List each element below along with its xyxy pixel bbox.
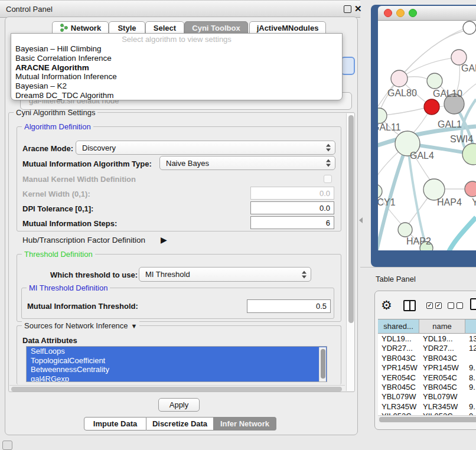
mi-algorithm-type-value: Naive Bayes <box>166 159 209 168</box>
network-tab-icon <box>60 24 68 32</box>
cell-value: 12 <box>469 344 476 353</box>
algorithm-option[interactable]: Basic Correlation Inference <box>11 54 342 63</box>
node-gal10[interactable] <box>427 73 442 89</box>
cell-shared-name: YPR145W <box>382 363 418 372</box>
deselect-all-icon[interactable] <box>457 302 463 309</box>
node-unlabeled[interactable] <box>463 21 476 34</box>
splitter-collapse-icon[interactable] <box>359 217 363 223</box>
tab-style[interactable]: Style <box>109 21 145 34</box>
attribute-item[interactable]: TopologicalCoefficient <box>27 356 327 366</box>
cell-shared-name: YBR045C <box>382 383 416 392</box>
apply-button-label: Apply <box>169 400 189 409</box>
node-gal11[interactable] <box>378 108 387 123</box>
deselect-all-icon[interactable] <box>448 302 454 309</box>
algorithm-dropdown-list[interactable]: Select algorithm to view settings Bayesi… <box>11 33 343 100</box>
apply-button[interactable]: Apply <box>158 398 200 412</box>
table-row[interactable]: YER054C YER054C 8. <box>378 373 476 382</box>
table-row[interactable]: YIL052C YIL052C 0. <box>378 411 476 415</box>
node-hap2[interactable] <box>398 223 412 237</box>
impute-data-label: Impute Data <box>93 419 137 428</box>
network-canvas[interactable]: GAL GAL80 GAL10 GAL1 GAL11 SWI4 GAL4 GCY… <box>378 21 476 250</box>
table-panel-title: Table Panel <box>376 275 416 283</box>
node-label: SWI4 <box>450 134 473 144</box>
sources-expand-arrow-icon[interactable]: ▼ <box>131 322 138 330</box>
attribute-item[interactable]: SelfLoops <box>27 347 327 356</box>
float-window-icon[interactable] <box>344 5 351 13</box>
algorithm-dropdown-placeholder: Select algorithm to view settings <box>11 34 342 44</box>
cell-name: YDL19... <box>423 334 453 343</box>
attribute-item[interactable]: gal4RGexp <box>27 374 327 383</box>
tab-network-label: Network <box>71 24 101 32</box>
hub-section-label[interactable]: Hub/Transcription Factor Definition <box>22 236 145 244</box>
table-row[interactable]: YBR043C YBR043C <box>378 353 476 363</box>
mi-threshold-group-title: MI Threshold Definition <box>27 283 110 292</box>
network-node-labels: GAL GAL80 GAL10 GAL1 GAL11 SWI4 GAL4 GCY… <box>378 63 476 246</box>
algorithm-option[interactable]: Dream8 DC_TDC Algorithm <box>11 91 342 100</box>
node-label: HAP2 <box>406 236 431 246</box>
inference-algorithm-combo-fragment[interactable] <box>341 57 355 75</box>
mi-algorithm-type-combo[interactable]: Naive Bayes <box>159 156 335 170</box>
data-attributes-list[interactable]: SelfLoops TopologicalCoefficient Between… <box>26 346 327 382</box>
split-view-icon[interactable] <box>403 300 416 311</box>
table-row[interactable]: YPR145W YPR145W 9. <box>378 363 476 372</box>
tab-jactivemnodules[interactable]: jActiveMNodules <box>249 21 326 34</box>
which-threshold-combo[interactable]: MI Threshold <box>139 267 311 282</box>
mi-steps-field[interactable]: 6 <box>250 216 334 229</box>
bottom-tab-discretize-data[interactable]: Discretize Data <box>146 417 214 431</box>
collapsed-panel-button[interactable] <box>2 441 12 450</box>
table-row[interactable]: YDL19... YDL19... 13 <box>378 334 476 343</box>
minimize-traffic-icon[interactable] <box>396 9 405 17</box>
column-header-name[interactable]: name <box>419 319 465 334</box>
algorithm-option[interactable]: Bayesian – Hill Climbing <box>11 44 342 54</box>
which-threshold-value: MI Threshold <box>145 270 190 279</box>
node-gal1[interactable] <box>424 99 439 115</box>
combo-arrows-icon <box>326 144 331 152</box>
tab-cyni-toolbox[interactable]: Cyni Toolbox <box>184 21 248 34</box>
select-all-icon[interactable]: ✓ <box>435 302 442 309</box>
manual-kernel-checkbox[interactable] <box>324 175 332 183</box>
cell-value: 9. <box>469 383 475 392</box>
bottom-tab-infer-network[interactable]: Infer Network <box>214 417 276 431</box>
tab-network[interactable]: Network <box>52 21 109 34</box>
network-window-titlebar[interactable] <box>378 6 476 21</box>
table-row[interactable]: YDR27... YDR27... 12 <box>378 343 476 353</box>
dpi-tolerance-field[interactable]: 0.0 <box>250 201 334 214</box>
mi-threshold-field[interactable]: 0.5 <box>247 299 331 313</box>
close-traffic-icon[interactable] <box>384 9 392 17</box>
cell-shared-name: YLR345W <box>382 402 416 411</box>
kernel-width-label: Kernel Width (0,1): <box>22 190 90 198</box>
zoom-traffic-icon[interactable] <box>409 9 417 17</box>
table-row[interactable]: YBL079W YBL079W <box>378 392 476 401</box>
node-gal80[interactable] <box>391 70 407 87</box>
table-row[interactable]: YLR345W YLR345W 9. <box>378 402 476 411</box>
attribute-list-scrollbar[interactable] <box>319 347 326 382</box>
cell-name: YBL079W <box>423 392 458 401</box>
aracne-mode-combo[interactable]: Discovery <box>76 141 335 155</box>
algorithm-option[interactable]: Bayesian – K2 <box>11 81 342 91</box>
hub-collapse-arrow-icon[interactable]: ▶ <box>161 235 167 244</box>
mi-steps-label: Mutual Information Steps: <box>22 219 117 228</box>
algorithm-option[interactable]: Mutual Information Inference <box>11 72 342 81</box>
gear-icon[interactable]: ⚙ <box>381 298 392 312</box>
export-table-icon[interactable] <box>470 298 476 310</box>
column-header-partial[interactable] <box>465 319 476 334</box>
tab-select[interactable]: Select <box>145 21 184 34</box>
bottom-tab-impute-data[interactable]: Impute Data <box>84 417 146 431</box>
settings-horizontal-scrollbar[interactable] <box>9 385 345 392</box>
algorithm-option-selected[interactable]: ARACNE Algorithm <box>11 63 342 73</box>
attribute-item[interactable]: BetweennessCentrality <box>27 365 327 374</box>
cell-shared-name: YDL19... <box>382 334 412 343</box>
table-horizontal-scrollbar[interactable] <box>378 415 476 423</box>
which-threshold-label: Which threshold to use: <box>50 270 138 279</box>
sources-group-title-wrap[interactable]: Sources for Network Inference ▼ <box>22 321 139 330</box>
close-icon[interactable]: ✕ <box>354 4 362 14</box>
column-header-label: name <box>432 322 452 331</box>
column-header-shared-name[interactable]: shared... <box>378 319 419 334</box>
table-row[interactable]: YBR045C YBR045C 9. <box>378 382 476 392</box>
tab-select-label: Select <box>154 24 176 32</box>
node-gcy1[interactable] <box>378 184 382 198</box>
node-y[interactable] <box>465 181 476 197</box>
select-all-icon[interactable]: ✓ <box>426 302 433 309</box>
control-panel-titlebar[interactable]: Control Panel ✕ <box>0 0 360 18</box>
settings-vertical-scrollbar[interactable] <box>346 113 354 391</box>
